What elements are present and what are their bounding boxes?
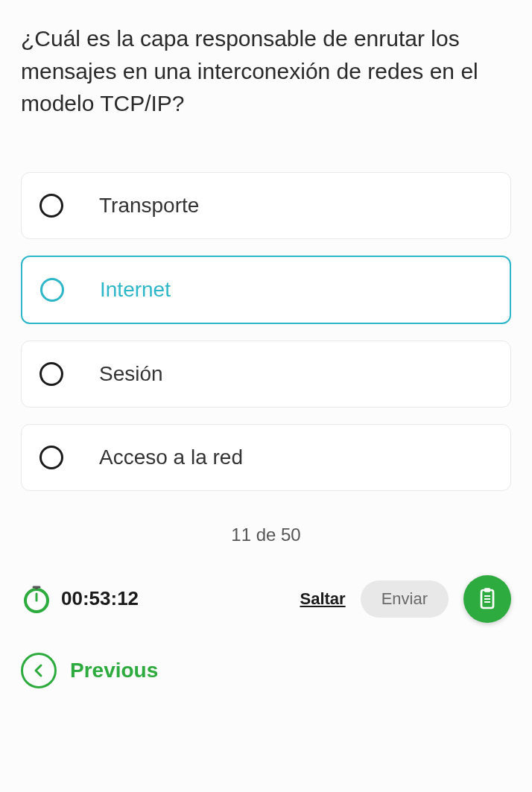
radio-icon [39, 194, 63, 218]
stopwatch-icon [21, 583, 52, 615]
option-transporte[interactable]: Transporte [21, 172, 511, 239]
option-acceso-red[interactable]: Acceso a la red [21, 424, 511, 491]
chevron-left-icon [31, 663, 46, 678]
radio-icon [40, 278, 64, 302]
progress-text: 11 de 50 [21, 525, 511, 545]
clipboard-button[interactable] [463, 575, 511, 623]
skip-button[interactable]: Saltar [300, 589, 345, 609]
option-sesion[interactable]: Sesión [21, 340, 511, 408]
submit-button[interactable]: Enviar [361, 580, 449, 618]
options-list: Transporte Internet Sesión Acceso a la r… [21, 172, 511, 491]
option-internet[interactable]: Internet [21, 256, 511, 324]
nav-section: Previous [21, 653, 511, 688]
timer-section: 00:53:12 [21, 583, 139, 615]
previous-arrow-button[interactable] [21, 653, 57, 688]
clipboard-icon [475, 587, 499, 611]
timer-value: 00:53:12 [61, 587, 139, 610]
svg-rect-5 [484, 588, 490, 592]
radio-icon [39, 362, 63, 386]
option-label: Internet [100, 278, 171, 302]
question-text: ¿Cuál es la capa responsable de enrutar … [21, 22, 511, 120]
footer-actions: Saltar Enviar [300, 575, 511, 623]
option-label: Sesión [99, 362, 163, 386]
radio-icon [39, 446, 63, 469]
option-label: Acceso a la red [99, 446, 243, 469]
previous-label[interactable]: Previous [70, 659, 158, 682]
footer-bar: 00:53:12 Saltar Enviar [21, 568, 511, 630]
option-label: Transporte [99, 194, 199, 218]
